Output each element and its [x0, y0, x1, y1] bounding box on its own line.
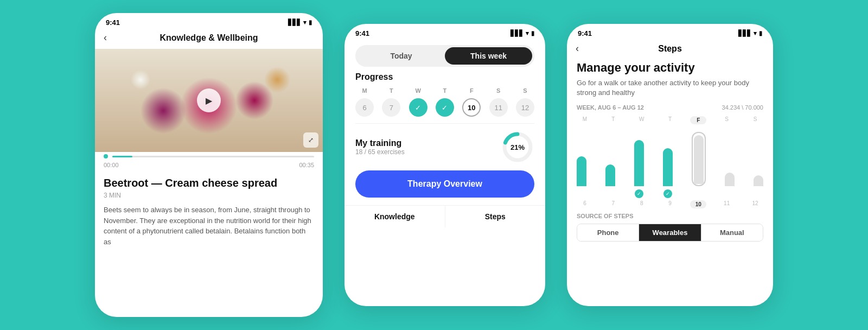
donut-label: 21% [501, 130, 534, 164]
bar-col-9: ✓ [663, 132, 673, 186]
expand-button[interactable]: ⤢ [303, 132, 318, 148]
day-label-w: W [409, 87, 427, 94]
activity-content: Manage your activity Go for a walk or ta… [567, 58, 773, 245]
day-6[interactable]: 6 [355, 98, 374, 117]
bar-day-t2: T [662, 116, 678, 124]
day-10[interactable]: 10 [462, 98, 481, 117]
training-info: My training 18 / 65 exercises [355, 138, 405, 156]
donut-chart: 21% [501, 130, 534, 164]
wifi-icon: ▾ [303, 19, 307, 26]
activity-subtitle: Go for a walk or take another activity t… [577, 78, 763, 98]
bar-12 [754, 175, 763, 186]
phone-3: 9:41 ▋▋▋ ▾ ▮ ‹ Steps Manage your activit… [567, 24, 773, 306]
bar-day-f: F [690, 116, 706, 124]
article-content: Beetroot — Cream cheese spread 3 MIN Bee… [95, 173, 323, 251]
bar-check-8: ✓ [635, 189, 643, 198]
source-tab-wearables[interactable]: Wearables [639, 224, 701, 241]
steps-count: 34.234 \ 70.000 [722, 104, 763, 111]
bar-day-t1: T [605, 116, 621, 124]
day-8[interactable]: ✓ [409, 98, 427, 117]
week-header: WEEK, AUG 6 – AUG 12 34.234 \ 70.000 [577, 104, 763, 111]
progress-title: Progress [355, 72, 534, 82]
p3-header: ‹ Steps [567, 40, 773, 58]
bar-8 [634, 140, 644, 186]
video-overlay: ▶ ⤢ [95, 49, 323, 152]
progress-bar-bg [112, 156, 314, 157]
day-num-11: 11 [719, 200, 735, 208]
source-label: SOURCE OF STEPS [577, 213, 763, 219]
bottom-nav-steps[interactable]: Steps [445, 206, 546, 227]
bar-col-10 [692, 132, 706, 186]
bar-9 [663, 148, 673, 186]
day-num-7: 7 [605, 200, 621, 208]
day-label-m: M [355, 87, 374, 94]
tab-this-week[interactable]: This week [445, 47, 532, 65]
day-7[interactable]: 7 [382, 98, 400, 117]
wifi-icon-2: ▾ [526, 30, 529, 37]
bar-day-s1: S [719, 116, 735, 124]
tab-today[interactable]: Today [358, 47, 445, 65]
phone-2: 9:41 ▋▋▋ ▾ ▮ Today This week Progress M … [344, 24, 545, 306]
status-bar-2: 9:41 ▋▋▋ ▾ ▮ [344, 24, 545, 40]
source-tab-manual[interactable]: Manual [701, 224, 763, 241]
bar-11 [725, 173, 735, 186]
back-button-3[interactable]: ‹ [576, 43, 579, 54]
period-tabs: Today This week [355, 45, 534, 67]
bar-10 [694, 135, 704, 184]
day-num-10: 10 [690, 200, 706, 208]
bar-day-w: W [634, 116, 650, 124]
bar-col-8: ✓ [634, 132, 644, 186]
day-label-t1: T [382, 87, 400, 94]
page-title-3: Steps [658, 44, 682, 54]
bottom-nav-knowledge[interactable]: Knowledge [344, 206, 445, 227]
day-labels-row: M T W T F S S [355, 87, 534, 94]
time-1: 9:41 [106, 18, 120, 27]
wifi-icon-3: ▾ [754, 30, 757, 37]
phone-1: 9:41 ▋▋▋ ▾ ▮ ‹ Knowledge & Wellbeing ▶ ⤢… [95, 13, 323, 317]
article-title: Beetroot — Cream cheese spread [104, 177, 314, 189]
source-tab-phone[interactable]: Phone [577, 224, 639, 241]
therapy-overview-button[interactable]: Therapy Overview [355, 170, 534, 198]
day-12[interactable]: 12 [516, 98, 534, 117]
day-label-f: F [462, 87, 481, 94]
time-3: 9:41 [578, 29, 592, 37]
p1-header: ‹ Knowledge & Wellbeing [95, 29, 323, 49]
bar-col-12 [754, 132, 763, 186]
article-description: Beets seem to always be in season, from … [104, 205, 314, 247]
training-title: My training [355, 138, 405, 148]
expand-icon: ⤢ [308, 136, 314, 144]
bar-6 [577, 156, 586, 186]
day-num-8: 8 [634, 200, 650, 208]
progress-section: Progress M T W T F S S 6 7 ✓ ✓ 10 11 12 [344, 72, 545, 123]
bar-chart: ✓ ✓ [577, 126, 763, 197]
bar-day-nums: 6 7 8 9 10 11 12 [577, 200, 763, 208]
bar-col-7 [605, 132, 615, 186]
progress-dot [104, 154, 108, 158]
video-player[interactable]: ▶ ⤢ [95, 49, 323, 152]
battery-icon: ▮ [309, 19, 312, 26]
bar-check-9: ✓ [663, 189, 672, 198]
day-label-s2: S [516, 87, 534, 94]
article-duration: 3 MIN [104, 192, 314, 199]
day-11[interactable]: 11 [489, 98, 508, 117]
signal-icon-2: ▋▋▋ [510, 30, 524, 37]
bar-col-11 [725, 132, 735, 186]
bar-col-6 [577, 132, 586, 186]
divider-1 [355, 123, 534, 124]
time-end: 00:35 [299, 162, 314, 168]
time-start: 00:00 [104, 162, 119, 168]
battery-icon-3: ▮ [759, 30, 762, 37]
day-9[interactable]: ✓ [436, 98, 454, 117]
play-button[interactable]: ▶ [197, 88, 221, 112]
check-icon-8: ✓ [415, 104, 421, 112]
status-icons-1: ▋▋▋ ▾ ▮ [288, 19, 312, 26]
signal-icon-3: ▋▋▋ [738, 30, 751, 37]
activity-title: Manage your activity [577, 61, 763, 75]
page-title-1: Knowledge & Wellbeing [159, 33, 258, 43]
signal-icon: ▋▋▋ [288, 19, 301, 26]
back-button-1[interactable]: ‹ [104, 32, 107, 43]
bar-day-m: M [577, 116, 593, 124]
time-2: 9:41 [355, 29, 369, 37]
status-icons-3: ▋▋▋ ▾ ▮ [738, 30, 762, 37]
bar-7 [605, 164, 615, 186]
